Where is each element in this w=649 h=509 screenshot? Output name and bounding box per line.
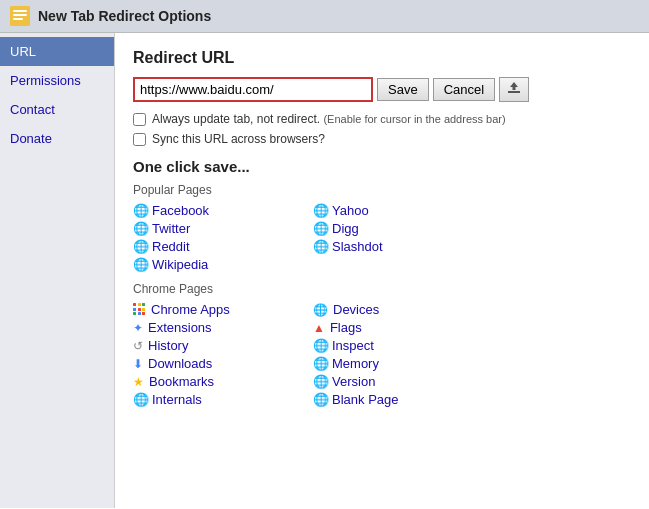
title-bar: New Tab Redirect Options (0, 0, 649, 33)
layout: URL Permissions Contact Donate Redirect … (0, 33, 649, 508)
sidebar-item-url[interactable]: URL (0, 37, 114, 66)
link-version[interactable]: 🌐 Version (313, 374, 473, 389)
app-icon (10, 6, 30, 26)
globe-icon: 🌐 (133, 203, 147, 218)
link-bookmarks[interactable]: ★ Bookmarks (133, 374, 293, 389)
one-click-title: One click save... (133, 158, 631, 175)
sync-url-row: Sync this URL across browsers? (133, 132, 631, 146)
svg-rect-3 (13, 18, 23, 20)
sidebar: URL Permissions Contact Donate (0, 33, 115, 508)
always-update-note: (Enable for cursor in the address bar) (323, 113, 505, 125)
app-title: New Tab Redirect Options (38, 8, 211, 24)
always-update-row: Always update tab, not redirect. (Enable… (133, 112, 631, 126)
link-devices[interactable]: 🌐 Devices (313, 302, 473, 317)
svg-rect-4 (508, 91, 520, 93)
sidebar-item-donate[interactable]: Donate (0, 124, 114, 153)
url-input[interactable] (133, 77, 373, 102)
popular-pages-title: Popular Pages (133, 183, 631, 197)
globe-icon: 🌐 (313, 239, 327, 254)
link-memory[interactable]: 🌐 Memory (313, 356, 473, 371)
chrome-pages-columns: Chrome Apps ✦ Extensions ↺ History ⬇ Dow… (133, 302, 631, 407)
link-wikipedia[interactable]: 🌐 Wikipedia (133, 257, 293, 272)
globe-icon: 🌐 (313, 338, 327, 353)
url-row: Save Cancel (133, 77, 631, 102)
popular-pages-right: 🌐 Yahoo 🌐 Digg 🌐 Slashdot (313, 203, 473, 272)
bookmark-icon: ★ (133, 375, 144, 389)
redirect-url-title: Redirect URL (133, 49, 631, 67)
popular-pages-left: 🌐 Facebook 🌐 Twitter 🌐 Reddit 🌐 Wikipedi… (133, 203, 293, 272)
link-facebook[interactable]: 🌐 Facebook (133, 203, 293, 218)
extensions-icon: ✦ (133, 321, 143, 335)
upload-button[interactable] (499, 77, 529, 102)
popular-pages-columns: 🌐 Facebook 🌐 Twitter 🌐 Reddit 🌐 Wikipedi… (133, 203, 631, 272)
svg-rect-2 (13, 14, 27, 16)
globe-icon: 🌐 (133, 221, 147, 236)
globe-icon: 🌐 (313, 221, 327, 236)
link-slashdot[interactable]: 🌐 Slashdot (313, 239, 473, 254)
link-internals[interactable]: 🌐 Internals (133, 392, 293, 407)
link-extensions[interactable]: ✦ Extensions (133, 320, 293, 335)
link-blank-page[interactable]: 🌐 Blank Page (313, 392, 473, 407)
sync-url-checkbox[interactable] (133, 133, 146, 146)
link-twitter[interactable]: 🌐 Twitter (133, 221, 293, 236)
sidebar-item-permissions[interactable]: Permissions (0, 66, 114, 95)
link-chrome-apps[interactable]: Chrome Apps (133, 302, 293, 317)
globe-icon: 🌐 (133, 257, 147, 272)
globe-icon: 🌐 (313, 356, 327, 371)
globe-icon: 🌐 (313, 203, 327, 218)
devices-icon: 🌐 (313, 303, 328, 317)
link-reddit[interactable]: 🌐 Reddit (133, 239, 293, 254)
link-digg[interactable]: 🌐 Digg (313, 221, 473, 236)
sync-url-label: Sync this URL across browsers? (152, 132, 325, 146)
sidebar-item-contact[interactable]: Contact (0, 95, 114, 124)
always-update-checkbox[interactable] (133, 113, 146, 126)
link-yahoo[interactable]: 🌐 Yahoo (313, 203, 473, 218)
globe-icon: 🌐 (133, 392, 147, 407)
chrome-pages-right: 🌐 Devices ▲ Flags 🌐 Inspect 🌐 Memory 🌐 (313, 302, 473, 407)
chrome-pages-left: Chrome Apps ✦ Extensions ↺ History ⬇ Dow… (133, 302, 293, 407)
globe-icon: 🌐 (133, 239, 147, 254)
download-icon: ⬇ (133, 357, 143, 371)
cancel-button[interactable]: Cancel (433, 78, 495, 101)
globe-icon: 🌐 (313, 392, 327, 407)
globe-icon: 🌐 (313, 374, 327, 389)
link-inspect[interactable]: 🌐 Inspect (313, 338, 473, 353)
flags-icon: ▲ (313, 321, 325, 335)
svg-marker-5 (510, 82, 518, 90)
chrome-apps-icon (133, 303, 146, 316)
history-icon: ↺ (133, 339, 143, 353)
always-update-label: Always update tab, not redirect. (Enable… (152, 112, 506, 126)
main-content: Redirect URL Save Cancel Always update t… (115, 33, 649, 508)
svg-rect-1 (13, 10, 27, 12)
link-flags[interactable]: ▲ Flags (313, 320, 473, 335)
save-button[interactable]: Save (377, 78, 429, 101)
chrome-pages-title: Chrome Pages (133, 282, 631, 296)
upload-icon (507, 81, 521, 95)
link-history[interactable]: ↺ History (133, 338, 293, 353)
link-downloads[interactable]: ⬇ Downloads (133, 356, 293, 371)
